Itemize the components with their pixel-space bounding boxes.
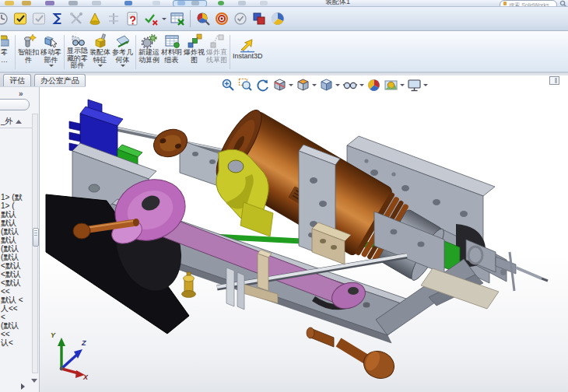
assembly-features-button[interactable]: 装配体 特征 bbox=[89, 33, 111, 72]
featuremanager-panel: » _外 1> (默 1> ( 默认 默认 (默认 默认 (默认 (默认 <默认… bbox=[0, 87, 40, 392]
dropdown-caret[interactable] bbox=[98, 65, 103, 67]
verification-dropdown-caret[interactable] bbox=[162, 18, 167, 20]
reference-triad: Y Z X bbox=[46, 333, 93, 389]
panel-tab-clipped[interactable] bbox=[0, 99, 30, 110]
bill-of-materials-button[interactable]: 材料明 细表 bbox=[160, 33, 183, 72]
check-active-document-icon[interactable] bbox=[124, 9, 141, 28]
status-check-circle-icon bbox=[232, 9, 249, 28]
tree-item[interactable]: (默认 bbox=[1, 244, 32, 253]
tree-item[interactable]: 1> ( bbox=[1, 201, 32, 210]
section-view-button[interactable] bbox=[272, 77, 288, 93]
dropdown-caret[interactable] bbox=[359, 84, 364, 86]
display-style-button[interactable] bbox=[318, 77, 335, 93]
apply-scene-button[interactable] bbox=[383, 77, 399, 93]
tree-item[interactable]: <默认 bbox=[1, 270, 32, 278]
toolbar-stub bbox=[260, 1, 268, 5]
triad-z-label: Z bbox=[82, 339, 86, 347]
edrawings-sphere-icon[interactable] bbox=[269, 9, 286, 28]
titlebar: 装配体1 搜索 SolidWorks 帮助 bbox=[0, 0, 568, 7]
tree-item[interactable]: 认< bbox=[1, 338, 32, 347]
cmd-separator bbox=[135, 35, 136, 69]
tree-item[interactable]: (默认 bbox=[1, 227, 32, 236]
search-input[interactable]: 搜索 SolidWorks 帮助 bbox=[500, 0, 557, 7]
view-orientation-button[interactable] bbox=[295, 77, 311, 93]
compare-documents-icon[interactable] bbox=[251, 9, 268, 28]
dropdown-caret[interactable] bbox=[49, 65, 54, 67]
equations-sigma-icon[interactable] bbox=[49, 9, 66, 28]
button-label: 线草图 bbox=[206, 57, 227, 65]
instant3d-button[interactable]: Instant3D bbox=[232, 33, 264, 72]
reference-geometry-button[interactable]: 参考几 何体 bbox=[111, 33, 134, 72]
button-label: 部件 bbox=[71, 62, 85, 70]
flag-icon bbox=[503, 2, 507, 5]
tree-item[interactable]: 1> (默 bbox=[1, 193, 32, 201]
explode-line-sketch-button: 爆炸直 线草图 bbox=[205, 33, 228, 72]
tree-item[interactable]: 人<< bbox=[1, 304, 32, 313]
design-checker-icon[interactable] bbox=[12, 9, 29, 28]
tree-scrollbar[interactable] bbox=[32, 114, 38, 373]
panel-chevron[interactable]: » bbox=[19, 89, 23, 98]
tree-item[interactable]: <默认 bbox=[1, 261, 32, 270]
search-placeholder: 搜索 SolidWorks 帮助 bbox=[509, 2, 553, 7]
tree-item[interactable]: << bbox=[1, 330, 32, 338]
button-label: Instant3D bbox=[233, 53, 263, 61]
command-manager: 零 … 智能扣 件 移动零 部件 显示隐 藏的零 部件 装配体 特征 bbox=[0, 31, 568, 73]
panel-resize-icon[interactable] bbox=[21, 383, 25, 390]
assembly-model[interactable] bbox=[40, 87, 568, 392]
tree-item[interactable]: 默认 bbox=[1, 236, 32, 244]
dropdown-caret[interactable] bbox=[400, 84, 405, 86]
dropdown-caret[interactable] bbox=[289, 84, 293, 86]
exploded-view-button[interactable]: 爆炸视 图 bbox=[183, 33, 205, 72]
toolbar-stub bbox=[124, 1, 132, 5]
tree-item[interactable]: 默认 < bbox=[1, 296, 32, 304]
assembly-visualization-icon[interactable] bbox=[195, 9, 212, 28]
previous-view-button[interactable] bbox=[254, 77, 271, 93]
move-component-button[interactable]: 移动零 部件 bbox=[40, 33, 62, 72]
scrollbar-thumb[interactable] bbox=[33, 228, 39, 247]
cmd-separator bbox=[15, 35, 16, 69]
graphics-area[interactable]: Y Z X bbox=[40, 87, 568, 392]
tools-toolbar bbox=[0, 7, 568, 31]
collapse-taskpane-icon[interactable] bbox=[549, 76, 559, 85]
checkbox-disabled-icon bbox=[30, 9, 47, 28]
smart-fasteners-button[interactable]: 智能扣 件 bbox=[17, 33, 40, 72]
cmd-separator bbox=[64, 35, 65, 69]
zoom-to-fit-button[interactable] bbox=[220, 77, 237, 93]
tree-item[interactable]: < bbox=[1, 313, 32, 321]
edit-appearance-button[interactable] bbox=[366, 77, 382, 93]
button-label: 细表 bbox=[165, 57, 179, 65]
tree-item[interactable]: (默认 bbox=[1, 253, 32, 261]
show-hidden-components-button[interactable]: 显示隐 藏的零 部件 bbox=[66, 33, 89, 72]
scroll-down-icon[interactable] bbox=[31, 379, 37, 383]
design-table-icon[interactable] bbox=[169, 9, 186, 28]
tree-items: 1> (默 1> ( 默认 默认 (默认 默认 (默认 (默认 <默认 <默认 … bbox=[1, 193, 32, 347]
dropdown-caret[interactable] bbox=[423, 84, 428, 86]
verification-check-icon[interactable] bbox=[142, 9, 160, 28]
tree-item[interactable]: 默认 bbox=[1, 219, 32, 227]
tab-office-products[interactable]: 办公室产品 bbox=[34, 74, 86, 86]
collapse-arrow-icon[interactable] bbox=[16, 120, 22, 124]
search-icon[interactable] bbox=[559, 0, 567, 7]
dropdown-caret[interactable] bbox=[312, 84, 317, 86]
draft-analysis-cone-icon[interactable] bbox=[86, 9, 103, 28]
triad-x-label: X bbox=[83, 373, 88, 381]
dropdown-caret[interactable] bbox=[335, 84, 340, 86]
dropdown-caret[interactable] bbox=[121, 65, 125, 67]
history-clock-icon[interactable] bbox=[0, 9, 10, 28]
hide-show-items-button[interactable] bbox=[342, 77, 359, 93]
tree-item[interactable]: (默认 bbox=[1, 321, 32, 330]
tree-item[interactable]: 默认 bbox=[1, 210, 32, 219]
tree-item[interactable]: << bbox=[1, 287, 32, 296]
divider bbox=[0, 128, 33, 128]
main-area: » _外 1> (默 1> ( 默认 默认 (默认 默认 (默认 (默认 <默认… bbox=[0, 87, 568, 392]
insert-component-button-clipped[interactable]: 零 … bbox=[0, 33, 13, 72]
toolbar-stub bbox=[153, 1, 160, 5]
tab-evaluate[interactable]: 评估 bbox=[3, 74, 31, 86]
zoom-to-area-button[interactable] bbox=[237, 77, 254, 93]
new-motion-study-button[interactable]: 新建运 动算例 bbox=[138, 33, 160, 72]
triad-y-label: Y bbox=[51, 331, 55, 339]
fitting-brass[interactable] bbox=[182, 272, 196, 298]
realview-rings-icon[interactable] bbox=[213, 9, 230, 28]
view-settings-button[interactable] bbox=[406, 77, 422, 93]
tree-item[interactable]: <默认 bbox=[1, 278, 32, 287]
